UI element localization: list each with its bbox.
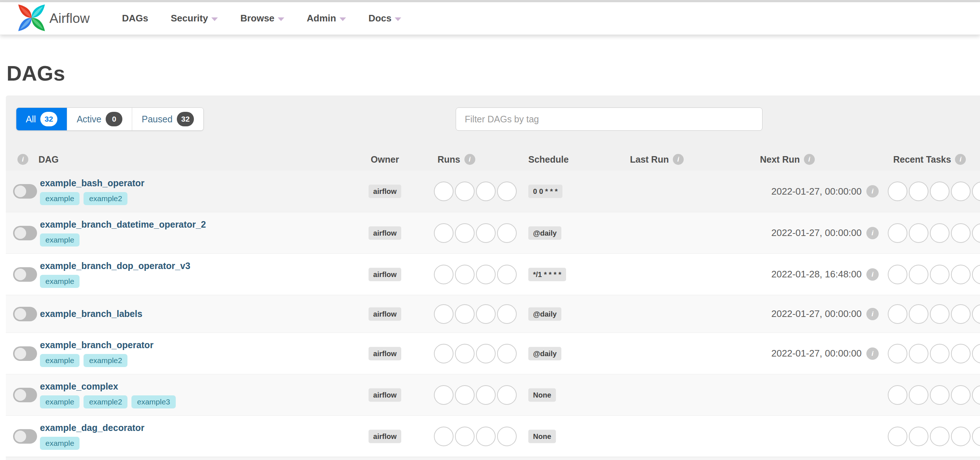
task-status-circle[interactable] xyxy=(972,265,980,284)
dag-pause-toggle[interactable] xyxy=(13,429,37,444)
task-status-circle[interactable] xyxy=(909,304,928,324)
task-status-circle[interactable] xyxy=(888,223,907,243)
task-status-circle[interactable] xyxy=(930,265,950,284)
run-status-circle[interactable] xyxy=(497,223,517,243)
dag-name-link[interactable]: example_complex xyxy=(40,381,176,392)
run-status-circle[interactable] xyxy=(455,344,474,363)
last-run-cell xyxy=(630,374,703,415)
dag-pause-toggle[interactable] xyxy=(13,307,37,321)
task-status-circle[interactable] xyxy=(909,427,928,446)
dag-name-link[interactable]: example_branch_dop_operator_v3 xyxy=(40,261,190,271)
tab-paused[interactable]: Paused 32 xyxy=(132,108,203,131)
nav-item-docs[interactable]: Docs xyxy=(357,2,413,35)
dag-tag[interactable]: example xyxy=(40,395,80,409)
task-status-circle[interactable] xyxy=(951,265,970,284)
run-status-circle[interactable] xyxy=(497,385,517,405)
task-status-circle[interactable] xyxy=(909,265,928,284)
run-status-circle[interactable] xyxy=(476,223,496,243)
task-status-circle[interactable] xyxy=(930,223,950,243)
dag-name-link[interactable]: example_branch_datetime_operator_2 xyxy=(40,219,206,230)
nav-item-dags[interactable]: DAGs xyxy=(111,2,159,35)
task-status-circle[interactable] xyxy=(951,304,970,324)
run-status-circle[interactable] xyxy=(455,223,474,243)
run-status-circle[interactable] xyxy=(455,304,474,324)
dag-pause-toggle[interactable] xyxy=(13,226,37,240)
run-status-circle[interactable] xyxy=(476,427,496,446)
task-status-circle[interactable] xyxy=(888,385,907,405)
task-status-circle[interactable] xyxy=(951,427,970,446)
run-status-circle[interactable] xyxy=(497,344,517,363)
dag-tag[interactable]: example xyxy=(40,275,80,288)
airflow-brand[interactable]: Airflow xyxy=(18,4,90,33)
run-status-circle[interactable] xyxy=(497,427,517,446)
dag-tag[interactable]: example2 xyxy=(84,395,127,409)
dag-name-link[interactable]: example_dag_decorator xyxy=(40,423,145,433)
run-status-circle[interactable] xyxy=(434,223,453,243)
task-status-circle[interactable] xyxy=(888,265,907,284)
run-status-circle[interactable] xyxy=(434,265,453,284)
task-status-circle[interactable] xyxy=(930,181,950,201)
task-status-circle[interactable] xyxy=(888,427,907,446)
task-status-circle[interactable] xyxy=(930,304,950,324)
task-status-circle[interactable] xyxy=(888,304,907,324)
run-status-circle[interactable] xyxy=(497,265,517,284)
task-status-circle[interactable] xyxy=(951,181,970,201)
run-status-circle[interactable] xyxy=(476,181,496,201)
task-status-circle[interactable] xyxy=(972,304,980,324)
run-status-circle[interactable] xyxy=(476,304,496,324)
dag-tag[interactable]: example2 xyxy=(84,192,127,205)
nav-item-browse[interactable]: Browse xyxy=(229,2,296,35)
task-status-circle[interactable] xyxy=(909,181,928,201)
task-status-circle[interactable] xyxy=(972,223,980,243)
nav-item-admin[interactable]: Admin xyxy=(296,2,357,35)
run-status-circle[interactable] xyxy=(434,304,453,324)
run-status-circle[interactable] xyxy=(497,304,517,324)
task-status-circle[interactable] xyxy=(930,427,950,446)
task-status-circle[interactable] xyxy=(909,385,928,405)
filter-dags-by-tag-input[interactable] xyxy=(456,107,762,131)
run-status-circle[interactable] xyxy=(434,385,453,405)
run-status-circle[interactable] xyxy=(455,427,474,446)
dag-pause-toggle[interactable] xyxy=(13,267,37,282)
run-status-circle[interactable] xyxy=(434,181,453,201)
dag-name-link[interactable]: example_branch_operator xyxy=(40,340,154,350)
run-status-circle[interactable] xyxy=(455,385,474,405)
run-status-circle[interactable] xyxy=(497,181,517,201)
tab-all[interactable]: All 32 xyxy=(16,108,67,131)
task-status-circle[interactable] xyxy=(951,385,970,405)
dag-pause-toggle[interactable] xyxy=(13,184,37,199)
task-status-circle[interactable] xyxy=(888,344,907,363)
dag-tag[interactable]: example xyxy=(40,354,80,367)
tab-active[interactable]: Active 0 xyxy=(67,108,132,131)
table-row: example_dag_decorator example airflow No… xyxy=(6,415,980,457)
task-status-circle[interactable] xyxy=(972,385,980,405)
run-status-circle[interactable] xyxy=(455,265,474,284)
run-status-circle[interactable] xyxy=(434,427,453,446)
task-status-circle[interactable] xyxy=(909,223,928,243)
dag-pause-toggle[interactable] xyxy=(13,388,37,402)
run-status-circle[interactable] xyxy=(476,344,496,363)
dag-name-link[interactable]: example_branch_labels xyxy=(40,309,142,319)
task-status-circle[interactable] xyxy=(951,223,970,243)
task-status-circle[interactable] xyxy=(951,344,970,363)
task-status-circle[interactable] xyxy=(972,344,980,363)
run-status-circle[interactable] xyxy=(476,385,496,405)
run-status-circle[interactable] xyxy=(455,181,474,201)
task-status-circle[interactable] xyxy=(972,427,980,446)
nav-item-security[interactable]: Security xyxy=(159,2,229,35)
dag-tag[interactable]: example xyxy=(40,192,80,205)
task-status-circle[interactable] xyxy=(888,181,907,201)
task-status-circle[interactable] xyxy=(972,181,980,201)
dag-tag[interactable]: example3 xyxy=(132,395,175,409)
run-status-circle[interactable] xyxy=(434,344,453,363)
task-status-circle[interactable] xyxy=(930,385,950,405)
dag-tag[interactable]: example2 xyxy=(84,354,127,367)
dag-pause-toggle[interactable] xyxy=(13,346,37,361)
dag-name-link[interactable]: example_bash_operator xyxy=(40,178,145,188)
dag-tag[interactable]: example xyxy=(40,234,80,247)
task-status-circle[interactable] xyxy=(909,344,928,363)
dag-tag[interactable]: example xyxy=(40,437,80,450)
toggle-knob xyxy=(14,308,26,320)
run-status-circle[interactable] xyxy=(476,265,496,284)
task-status-circle[interactable] xyxy=(930,344,950,363)
